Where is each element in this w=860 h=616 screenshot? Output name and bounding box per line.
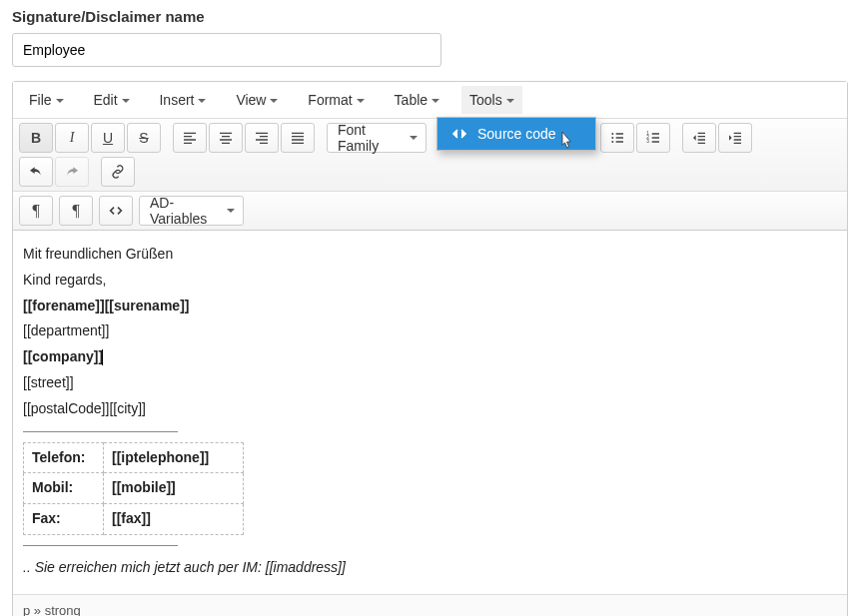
align-right-button[interactable] xyxy=(245,123,279,153)
align-center-button[interactable] xyxy=(209,123,243,153)
pilcrow-icon: ¶ xyxy=(72,202,79,220)
page-title: Signature/Disclaimer name xyxy=(12,8,848,25)
content-line: [[street]] xyxy=(23,371,837,395)
redo-button[interactable] xyxy=(55,157,89,187)
content-line: [[department]] xyxy=(23,319,837,343)
align-justify-button[interactable] xyxy=(281,123,315,153)
cursor-pointer-icon xyxy=(557,130,577,154)
svg-text:3: 3 xyxy=(646,139,649,144)
code-icon xyxy=(451,126,467,142)
menu-view[interactable]: View xyxy=(228,86,286,114)
content-line: [[forename]][[surename]] xyxy=(23,295,837,318)
italic-button[interactable]: I xyxy=(55,123,89,153)
caret-icon xyxy=(410,136,418,140)
ad-variables-select[interactable]: AD-Variables xyxy=(139,196,244,226)
content-line: .. Sie erreichen mich jetzt auch per IM:… xyxy=(23,556,837,580)
tools-source-code-item[interactable]: Source code xyxy=(437,118,595,150)
svg-point-1 xyxy=(611,137,613,139)
strikethrough-button[interactable]: S xyxy=(127,123,161,153)
menu-edit[interactable]: Edit xyxy=(85,86,137,114)
caret-icon xyxy=(506,99,514,103)
caret-icon xyxy=(270,99,278,103)
caret-icon xyxy=(227,209,235,213)
source-code-button[interactable] xyxy=(99,196,133,226)
menu-table[interactable]: Table xyxy=(387,86,447,114)
content-line: [[postalCode]][[city]] xyxy=(23,397,837,421)
contact-table: Telefon:[[iptelephone]] Mobil:[[mobile]]… xyxy=(23,442,244,535)
caret-icon xyxy=(357,99,365,103)
caret-icon xyxy=(431,99,439,103)
tools-dropdown: Source code xyxy=(436,117,596,151)
number-list-button[interactable]: 123 xyxy=(636,123,670,153)
underline-button[interactable]: U xyxy=(91,123,125,153)
menu-file[interactable]: File xyxy=(21,86,72,114)
toolbar-row-2: ¶ ¶ AD-Variables xyxy=(13,192,847,231)
caret-icon xyxy=(122,99,130,103)
element-path-bar: p » strong xyxy=(13,594,847,616)
font-family-select[interactable]: Font Family xyxy=(327,123,427,153)
content-line: Mit freundlichen Grüßen xyxy=(23,243,837,267)
svg-point-0 xyxy=(611,133,613,135)
menu-insert[interactable]: Insert xyxy=(151,86,214,114)
menu-format[interactable]: Format xyxy=(300,86,372,114)
outdent-button[interactable] xyxy=(682,123,716,153)
signature-name-input[interactable] xyxy=(12,33,441,67)
link-button[interactable] xyxy=(101,157,135,187)
table-row: Telefon:[[iptelephone]] xyxy=(24,442,244,473)
bullet-list-button[interactable] xyxy=(600,123,634,153)
indent-button[interactable] xyxy=(718,123,752,153)
editor-content[interactable]: Mit freundlichen Grüßen Kind regards, [[… xyxy=(13,231,847,594)
caret-icon xyxy=(198,99,206,103)
bold-button[interactable]: B xyxy=(19,123,53,153)
toolbar-row-1: B I U S Font Family 123 xyxy=(13,119,847,192)
menubar: File Edit Insert View Format Table Tools… xyxy=(13,82,847,119)
divider-line xyxy=(23,431,178,432)
rtl-button[interactable]: ¶ xyxy=(59,196,93,226)
svg-point-2 xyxy=(611,141,613,143)
content-line: [[company]] xyxy=(23,345,837,369)
pilcrow-icon: ¶ xyxy=(32,202,39,220)
ltr-button[interactable]: ¶ xyxy=(19,196,53,226)
table-row: Mobil:[[mobile]] xyxy=(24,473,244,504)
caret-icon xyxy=(56,99,64,103)
editor-container: File Edit Insert View Format Table Tools… xyxy=(12,81,848,616)
undo-button[interactable] xyxy=(19,157,53,187)
content-line: Kind regards, xyxy=(23,269,837,293)
table-row: Fax:[[fax]] xyxy=(24,504,244,535)
menu-tools[interactable]: Tools xyxy=(461,86,522,114)
align-left-button[interactable] xyxy=(173,123,207,153)
divider-line xyxy=(23,545,178,546)
